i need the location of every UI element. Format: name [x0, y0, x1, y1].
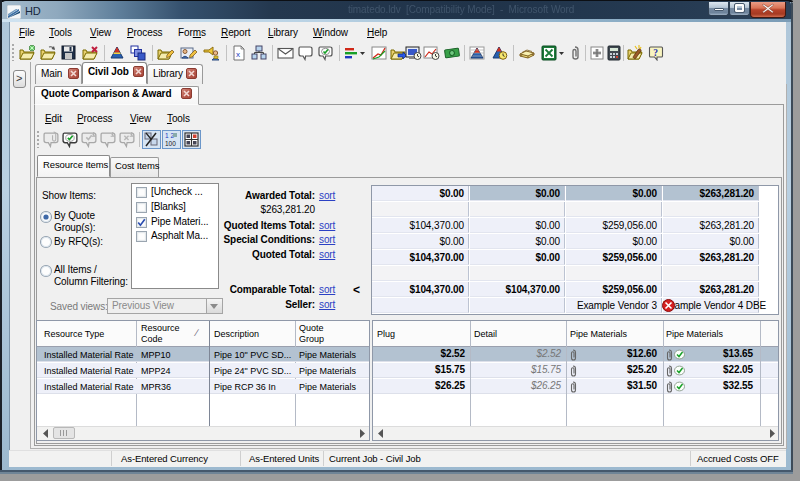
svg-text:?: ?	[653, 48, 658, 58]
svg-text:100: 100	[165, 140, 176, 147]
svg-text:x: x	[236, 50, 240, 59]
